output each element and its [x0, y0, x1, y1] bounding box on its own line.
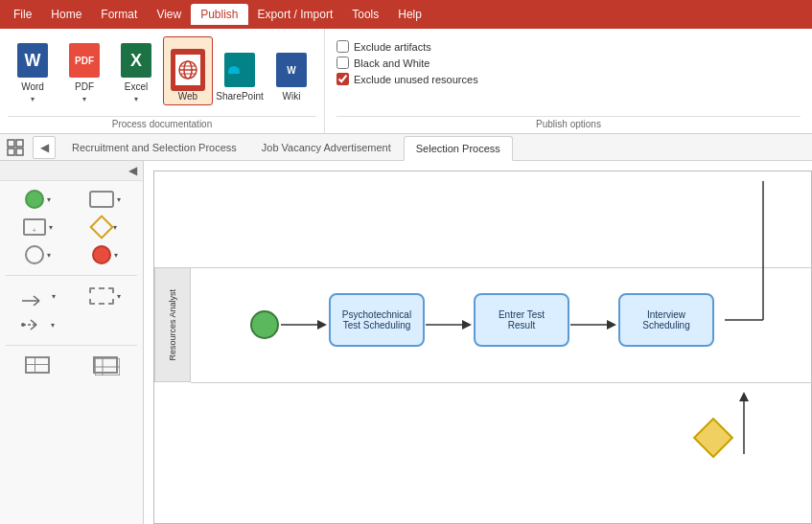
tool-grid-2: ▾ ▾ ▾ [0, 278, 143, 343]
pdf-label: PDF [75, 81, 94, 93]
web-label: Web [178, 91, 197, 103]
exclude-artifacts-label: Exclude artifacts [354, 41, 431, 53]
svg-point-18 [21, 323, 25, 327]
black-white-checkbox[interactable] [336, 57, 349, 69]
end-event-red-dropdown[interactable]: ▾ [114, 251, 118, 260]
left-toolbar: ◀ ▾ ▾ ▾ ▾ ▾ [0, 161, 144, 524]
association-dropdown[interactable]: ▾ [51, 321, 55, 330]
menu-file[interactable]: File [4, 4, 41, 25]
pool-shape [93, 356, 118, 374]
process-interview[interactable]: InterviewScheduling [618, 293, 714, 347]
end-event-shape [25, 245, 44, 264]
association-icon [21, 315, 48, 334]
tool-association[interactable]: ▾ [6, 312, 70, 337]
tab-recruitment[interactable]: Recruitment and Selection Process [59, 135, 249, 160]
process-entrer[interactable]: Entrer TestResult [474, 293, 569, 347]
exclude-unused-checkbox[interactable] [336, 73, 349, 85]
tool-lane[interactable] [6, 353, 70, 376]
arrow-bottom-up [715, 387, 773, 464]
task-shape [89, 191, 114, 208]
seq-flow-dropdown[interactable]: ▾ [52, 292, 56, 301]
ribbon-btn-pdf[interactable]: PDF PDF ▾ [59, 36, 109, 106]
menu-home[interactable]: Home [41, 4, 91, 25]
tool-end-event-red[interactable]: ▾ [74, 242, 138, 267]
tab-bar: ◀ Recruitment and Selection Process Job … [0, 134, 812, 161]
tool-grid: ▾ ▾ ▾ ▾ ▾ ▾ [0, 181, 143, 273]
diagram-border: Resources Analyst PsychotechnicalTest Sc… [153, 171, 812, 524]
process-psychotechnical[interactable]: PsychotechnicalTest Scheduling [329, 293, 425, 347]
tool-task[interactable]: ▾ [74, 187, 138, 212]
diagram-icon[interactable] [2, 134, 29, 161]
word-icon: W [15, 41, 50, 80]
tool-sequence-flow[interactable]: ▾ [6, 284, 70, 308]
menu-publish[interactable]: Publish [191, 4, 247, 25]
swimlane-text: Resources Analyst [168, 289, 177, 361]
menu-bar: File Home Format View Publish Export / I… [0, 0, 812, 29]
exclude-artifacts-row[interactable]: Exclude artifacts [336, 40, 800, 53]
excel-dropdown-arrow[interactable]: ▾ [134, 95, 138, 103]
subprocess-shape [23, 218, 46, 236]
arrow-interview-to-next [715, 171, 792, 325]
svg-rect-8 [8, 140, 14, 147]
menu-format[interactable]: Format [91, 4, 147, 25]
tab-selection[interactable]: Selection Process [404, 136, 513, 161]
end-event-red-shape [92, 245, 111, 264]
arrow-psycho-to-entrer [426, 310, 474, 339]
tool-grid-3 [0, 348, 143, 382]
menu-tools[interactable]: Tools [342, 4, 388, 25]
svg-rect-11 [16, 148, 23, 155]
pdf-dropdown-arrow[interactable]: ▾ [82, 95, 86, 103]
canvas-area[interactable]: Resources Analyst PsychotechnicalTest Sc… [144, 161, 812, 524]
tool-dashed-rect[interactable]: ▾ [74, 284, 138, 308]
tool-start-event[interactable]: ▾ [6, 187, 70, 212]
web-icon [171, 51, 205, 89]
black-white-label: Black and White [354, 57, 429, 69]
ribbon-btn-excel[interactable]: X Excel ▾ [111, 36, 161, 106]
sharepoint-label: SharePoint [216, 91, 263, 103]
gateway-shape [90, 215, 114, 239]
tool-empty2 [74, 312, 138, 337]
tool-divider-1 [6, 275, 137, 276]
exclude-unused-row[interactable]: Exclude unused resources [336, 73, 800, 85]
tool-end-event[interactable]: ▾ [6, 242, 70, 267]
tool-subprocess[interactable]: ▾ [6, 216, 70, 239]
ribbon-btn-word[interactable]: W Word ▾ [8, 36, 58, 106]
end-event-dropdown[interactable]: ▾ [47, 251, 51, 260]
tab-vacancy[interactable]: Job Vacancy Advertisement [249, 135, 404, 160]
menu-help[interactable]: Help [388, 4, 431, 25]
excel-label: Excel [125, 81, 148, 93]
dashed-rect-shape [89, 287, 114, 305]
ribbon-btn-wiki[interactable]: W Wiki [267, 36, 316, 105]
sequence-flow-icon [20, 286, 49, 306]
subprocess-dropdown[interactable]: ▾ [49, 223, 53, 232]
tab-back-button[interactable]: ◀ [33, 136, 56, 159]
exclude-unused-label: Exclude unused resources [354, 74, 478, 85]
ribbon: W Word ▾ PDF PDF ▾ X Excel ▾ [0, 29, 812, 134]
exclude-artifacts-checkbox[interactable] [336, 40, 349, 53]
black-white-row[interactable]: Black and White [336, 57, 800, 69]
ribbon-btn-sharepoint[interactable]: SharePoint [215, 36, 265, 105]
ribbon-btn-web[interactable]: Web [163, 36, 213, 105]
lane-shape [25, 356, 50, 374]
collapse-button[interactable]: ◀ [0, 161, 143, 181]
svg-rect-10 [8, 148, 14, 155]
process-doc-label: Process documentation [8, 116, 316, 131]
svg-marker-27 [607, 320, 616, 330]
ribbon-group-process-doc: W Word ▾ PDF PDF ▾ X Excel ▾ [0, 29, 325, 133]
word-dropdown-arrow[interactable]: ▾ [31, 95, 35, 103]
main-area: ◀ ▾ ▾ ▾ ▾ ▾ [0, 161, 812, 524]
process-psychotechnical-label: PsychotechnicalTest Scheduling [342, 309, 411, 330]
publish-options-label: Publish options [336, 116, 800, 131]
start-event-dropdown[interactable]: ▾ [47, 195, 51, 204]
tool-pool[interactable] [74, 353, 138, 376]
gateway-dropdown[interactable]: ▾ [113, 223, 117, 232]
menu-view[interactable]: View [147, 4, 191, 25]
tool-gateway[interactable]: ▾ [74, 216, 138, 239]
diagram-container: Resources Analyst PsychotechnicalTest Sc… [144, 161, 812, 524]
task-dropdown[interactable]: ▾ [117, 195, 121, 204]
dashed-dropdown[interactable]: ▾ [117, 292, 121, 301]
sharepoint-icon [222, 51, 257, 89]
menu-export-import[interactable]: Export / Import [248, 4, 343, 25]
start-event [250, 310, 279, 339]
swimlane-bottom-line [191, 382, 811, 383]
